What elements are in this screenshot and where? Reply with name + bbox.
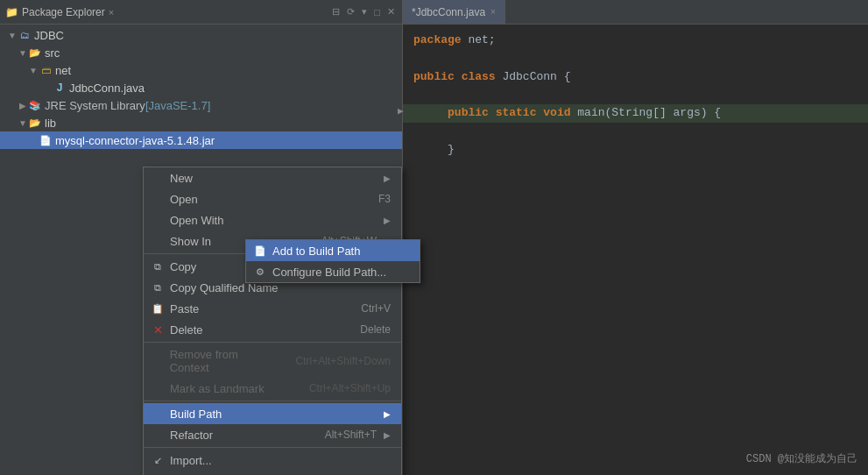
menu-shortcut-removecontext: Ctrl+Alt+Shift+Down: [296, 355, 391, 367]
kw-public1: public: [413, 70, 455, 83]
main-sig: main(String[] args) {: [577, 106, 721, 119]
tree-arrow-src[interactable]: ▼: [18, 48, 28, 58]
submenu-label-configurebuildpath: Configure Build Path...: [272, 266, 386, 279]
menu-label-new: New: [170, 172, 193, 185]
code-line-3: public class JdbcConn {: [413, 68, 857, 87]
paste-icon: 📋: [151, 301, 165, 315]
code-line-5: ▶ public static void main(String[] args)…: [403, 104, 868, 123]
close-panel-icon[interactable]: ✕: [385, 5, 397, 18]
separator-4: [144, 447, 401, 448]
menu-shortcut-paste: Ctrl+V: [361, 302, 391, 315]
removecontext-icon: [151, 354, 165, 368]
kw-class: class: [462, 70, 496, 83]
menu-item-import[interactable]: ↙ Import...: [144, 450, 401, 471]
menu-item-export[interactable]: ↗ Export...: [144, 471, 401, 475]
menu-label-showin: Show In: [170, 235, 211, 248]
tree-arrow-jdbcconn: [42, 83, 53, 93]
tree-label-src: src: [45, 46, 60, 60]
menu-label-refactor: Refactor: [170, 429, 213, 442]
refactor-icon: [151, 428, 165, 442]
menu-item-openwith[interactable]: Open With ▶: [144, 209, 401, 230]
right-panel: *JdbcConn.java × package net; public cla…: [403, 0, 868, 475]
separator-3: [144, 401, 401, 401]
tab-close-jdbcconn[interactable]: ×: [490, 7, 496, 17]
panel-header: 📁 Package Explorer × ⊟ ⟳ ▾ □ ✕: [0, 0, 402, 25]
menu-item-removecontext: Remove from Context Ctrl+Alt+Shift+Down: [144, 344, 401, 378]
showin-icon: [151, 234, 165, 248]
indent2: [413, 143, 441, 156]
import-icon: ↙: [151, 453, 165, 467]
tree-arrow-net[interactable]: ▼: [28, 66, 39, 75]
submenu-arrow-openwith: ▶: [384, 216, 391, 225]
tree-item-jdbc[interactable]: ▼ 🗂 JDBC: [0, 26, 402, 44]
buildpath-icon: [151, 407, 165, 421]
menu-label-marklandmark: Mark as Landmark: [170, 382, 265, 395]
submenu-item-configurebuildpath[interactable]: ⚙ Configure Build Path...: [246, 261, 420, 282]
menu-shortcut-marklandmark: Ctrl+Alt+Shift+Up: [309, 382, 391, 394]
package-name: net;: [468, 33, 495, 46]
menu-shortcut-delete: Delete: [360, 323, 391, 336]
menu-label-copy: Copy: [170, 260, 196, 273]
submenu-item-addtobuildpath[interactable]: 📄 Add to Build Path: [246, 240, 420, 261]
configurebuildpath-icon: ⚙: [253, 265, 267, 279]
tree-item-jar[interactable]: 📄 mysql-connector-java-5.1.48.jar: [0, 131, 402, 149]
panel-icons: ⊟ ⟳ ▾ □ ✕: [330, 5, 397, 18]
tree-arrow-jre[interactable]: ▶: [18, 101, 28, 110]
kw-void: void: [543, 106, 570, 119]
addtobuildpath-icon: 📄: [253, 244, 267, 258]
new-icon: [151, 171, 165, 185]
menu-item-open[interactable]: Open F3: [144, 188, 401, 209]
folder-icon-lib: 📂: [28, 116, 42, 130]
tab-label-jdbcconn: *JdbcConn.java: [412, 6, 485, 18]
maximize-icon[interactable]: □: [372, 6, 382, 18]
tree-item-jre[interactable]: ▶ 📚 JRE System Library [JavaSE-1.7]: [0, 96, 402, 114]
panel-close-button[interactable]: ×: [109, 7, 114, 18]
code-line-1: package net;: [413, 32, 857, 50]
tree-label-jdbc: JDBC: [34, 29, 64, 42]
menu-label-open: Open: [170, 193, 198, 206]
tree-label-jre: JRE System Library: [45, 99, 145, 112]
closing-brace: }: [448, 143, 455, 156]
submenu-buildpath: 📄 Add to Build Path ⚙ Configure Build Pa…: [245, 239, 420, 283]
collapse-marker[interactable]: ▶: [398, 104, 404, 120]
folder-icon-net: 🗃: [39, 63, 53, 77]
menu-label-delete: Delete: [170, 323, 203, 337]
tree-label-jar: mysql-connector-java-5.1.48.jar: [55, 134, 215, 147]
jar-icon: 📄: [39, 133, 53, 147]
menu-item-buildpath[interactable]: Build Path ▶: [144, 403, 401, 424]
tree-label-lib: lib: [45, 117, 56, 130]
minimize-icon[interactable]: ⊟: [330, 5, 342, 18]
editor-content: package net; public class JdbcConn { ▶ p…: [403, 25, 868, 475]
indent1: [413, 106, 441, 119]
tree-arrow-jar: [28, 136, 39, 145]
tree-arrow-jdbc[interactable]: ▼: [7, 31, 18, 40]
menu-item-marklandmark: Mark as Landmark Ctrl+Alt+Shift+Up: [144, 378, 401, 399]
menu-label-removecontext: Remove from Context: [170, 348, 279, 374]
folder-icon-src: 📂: [28, 46, 42, 60]
editor-tab-jdbcconn[interactable]: *JdbcConn.java ×: [403, 0, 505, 24]
panel-title: Package Explorer: [22, 6, 105, 18]
copy-icon: ⧉: [151, 259, 165, 273]
kw-public2: public: [448, 106, 489, 119]
menu-icon[interactable]: ▾: [360, 5, 369, 18]
menu-item-refactor[interactable]: Refactor Alt+Shift+T ▶: [144, 424, 401, 445]
tree-item-src[interactable]: ▼ 📂 src: [0, 44, 402, 61]
panel-header-left: 📁 Package Explorer ×: [5, 6, 114, 18]
openwith-icon: [151, 213, 165, 227]
marklandmark-icon: [151, 381, 165, 395]
menu-item-new[interactable]: New ▶: [144, 167, 401, 188]
menu-item-delete[interactable]: ✕ Delete Delete: [144, 319, 401, 340]
tree-arrow-lib[interactable]: ▼: [18, 118, 28, 128]
classname: JdbcConn {: [502, 70, 570, 83]
tree-item-jdbcconn[interactable]: J JdbcConn.java: [0, 79, 402, 96]
tree-item-lib[interactable]: ▼ 📂 lib: [0, 114, 402, 131]
tree-item-net[interactable]: ▼ 🗃 net: [0, 61, 402, 79]
menu-label-openwith: Open With: [170, 214, 223, 227]
tree-label-net: net: [55, 64, 71, 77]
submenu-arrow-buildpath: ▶: [384, 409, 391, 419]
sync-icon[interactable]: ⟳: [345, 5, 356, 18]
menu-shortcut-open: F3: [378, 193, 391, 205]
menu-shortcut-refactor: Alt+Shift+T: [325, 429, 377, 441]
open-icon: [151, 192, 165, 206]
menu-item-paste[interactable]: 📋 Paste Ctrl+V: [144, 298, 401, 319]
